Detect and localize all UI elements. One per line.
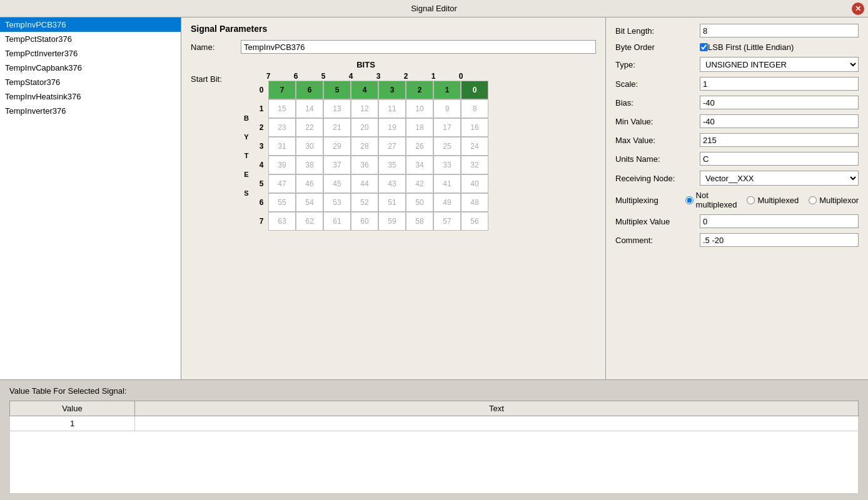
- name-input[interactable]: [241, 40, 596, 54]
- bit-cell[interactable]: 1: [433, 81, 461, 99]
- bit-cell[interactable]: 55: [268, 193, 296, 212]
- bits-grid-container: Start Bit: 76543210 BYTES 07654321011514…: [191, 72, 488, 231]
- bit-cell[interactable]: 53: [323, 193, 351, 212]
- bit-cell[interactable]: 47: [268, 174, 296, 193]
- bit-cell[interactable]: 60: [351, 212, 378, 231]
- bit-cell[interactable]: 15: [268, 99, 296, 118]
- bit-cell[interactable]: 38: [296, 156, 323, 174]
- multiplexing-row: MultiplexingNot multiplexedMultiplexedMu…: [615, 191, 859, 209]
- signal-list-item[interactable]: TempInvPCB376: [0, 18, 181, 32]
- bit-cell[interactable]: 9: [433, 99, 461, 118]
- bit-cell[interactable]: 27: [378, 137, 406, 156]
- bit-cell[interactable]: 17: [433, 118, 461, 137]
- bit-cell[interactable]: 32: [461, 156, 488, 174]
- type-select[interactable]: UNSIGNED INTEGERSIGNED INTEGERFLOATDOUBL…: [700, 57, 859, 72]
- bit-cell[interactable]: 42: [406, 174, 433, 193]
- bit-cell[interactable]: 61: [323, 212, 351, 231]
- bit-cell[interactable]: 14: [296, 99, 323, 118]
- signal-list-item[interactable]: TempInvCapbank376: [0, 61, 181, 75]
- signal-list-item[interactable]: TempInvHeatsink376: [0, 89, 181, 104]
- multiplex-value-input[interactable]: [700, 214, 859, 228]
- units-name-input[interactable]: [700, 152, 859, 166]
- bit-cell[interactable]: 12: [351, 99, 378, 118]
- bit-cell[interactable]: 35: [378, 156, 406, 174]
- field-label: Units Name:: [615, 154, 700, 164]
- bit-cell[interactable]: 28: [351, 137, 378, 156]
- bias-input[interactable]: [700, 96, 859, 109]
- bit-cell[interactable]: 29: [323, 137, 351, 156]
- bit-cell[interactable]: 40: [461, 174, 488, 193]
- value-table-title: Value Table For Selected Signal:: [9, 386, 859, 396]
- top-section: TempInvPCB376TempPctStator376TempPctInve…: [0, 18, 868, 380]
- bit-cell[interactable]: 54: [296, 193, 323, 212]
- signal-list-item[interactable]: TempStator376: [0, 75, 181, 89]
- min-value-input[interactable]: [700, 114, 859, 128]
- bit-cell[interactable]: 0: [461, 81, 488, 99]
- byte-order-checkbox[interactable]: [700, 43, 708, 51]
- bit-cell[interactable]: 22: [296, 118, 323, 137]
- bit-cell[interactable]: 2: [406, 81, 433, 99]
- multiplexing-radio-group: Not multiplexedMultiplexedMultiplexor: [685, 191, 859, 209]
- bit-cell[interactable]: 31: [268, 137, 296, 156]
- bit-cell[interactable]: 26: [406, 137, 433, 156]
- bit-cell[interactable]: 50: [406, 193, 433, 212]
- bit-cell[interactable]: 49: [433, 193, 461, 212]
- bit-cell[interactable]: 39: [268, 156, 296, 174]
- bit-cell[interactable]: 33: [433, 156, 461, 174]
- bit-cell[interactable]: 57: [433, 212, 461, 231]
- bit-cell[interactable]: 56: [461, 212, 488, 231]
- bit-cell[interactable]: 11: [378, 99, 406, 118]
- bit-cell[interactable]: 48: [461, 193, 488, 212]
- bit-cell[interactable]: 6: [296, 81, 323, 99]
- bit-cell[interactable]: 52: [351, 193, 378, 212]
- bit-cell[interactable]: 16: [461, 118, 488, 137]
- multiplexing-option[interactable]: Not multiplexed: [685, 191, 737, 209]
- bits-body: BYTES 0765432101151413121110982232221201…: [241, 81, 488, 231]
- bit-cell[interactable]: 43: [378, 174, 406, 193]
- bit-col-header: 3: [365, 72, 392, 81]
- close-button[interactable]: ✕: [852, 2, 864, 15]
- bit-cell[interactable]: 8: [461, 99, 488, 118]
- bit-cell[interactable]: 10: [406, 99, 433, 118]
- bit-cell[interactable]: 63: [268, 212, 296, 231]
- bit-cell[interactable]: 3: [378, 81, 406, 99]
- bit-cell[interactable]: 41: [433, 174, 461, 193]
- multiplexing-option[interactable]: Multiplexor: [809, 196, 859, 205]
- bit-cell[interactable]: 30: [296, 137, 323, 156]
- bit-cell[interactable]: 62: [296, 212, 323, 231]
- receiving-node-select[interactable]: Vector__XXX: [700, 171, 859, 186]
- bit-cell[interactable]: 46: [296, 174, 323, 193]
- bit-cell[interactable]: 19: [378, 118, 406, 137]
- bit-cell[interactable]: 44: [351, 174, 378, 193]
- bit-cell[interactable]: 25: [433, 137, 461, 156]
- bit-cell[interactable]: 20: [351, 118, 378, 137]
- bit-cell[interactable]: 37: [323, 156, 351, 174]
- bit-cell[interactable]: 21: [323, 118, 351, 137]
- bit-cell[interactable]: 36: [351, 156, 378, 174]
- bit-cell[interactable]: 24: [461, 137, 488, 156]
- bit-cell[interactable]: 23: [268, 118, 296, 137]
- bit-cell[interactable]: 7: [268, 81, 296, 99]
- bits-row: 76362616059585756: [255, 212, 488, 231]
- max-value-input[interactable]: [700, 133, 859, 147]
- bit-length-input[interactable]: [700, 24, 859, 38]
- bit-cell[interactable]: 13: [323, 99, 351, 118]
- multiplexing-label: Multiplexing: [615, 196, 685, 205]
- signal-list-item[interactable]: TempPctStator376: [0, 32, 181, 46]
- comment-input[interactable]: [700, 233, 859, 247]
- bit-cell[interactable]: 34: [406, 156, 433, 174]
- bit-cell[interactable]: 5: [323, 81, 351, 99]
- bit-cell[interactable]: 51: [378, 193, 406, 212]
- bit-cell[interactable]: 45: [323, 174, 351, 193]
- bit-cell[interactable]: 4: [351, 81, 378, 99]
- scale-input[interactable]: [700, 77, 859, 91]
- bit-cell[interactable]: 58: [406, 212, 433, 231]
- multiplexing-option[interactable]: Multiplexed: [747, 196, 799, 205]
- bit-cell[interactable]: 18: [406, 118, 433, 137]
- bit-cell[interactable]: 59: [378, 212, 406, 231]
- bit-col-header: 1: [420, 72, 447, 81]
- signal-list-item[interactable]: TempInverter376: [0, 104, 181, 118]
- field-row: Bit Length:: [615, 24, 859, 38]
- title-bar: Signal Editor ✕: [0, 0, 868, 18]
- signal-list-item[interactable]: TempPctInverter376: [0, 46, 181, 61]
